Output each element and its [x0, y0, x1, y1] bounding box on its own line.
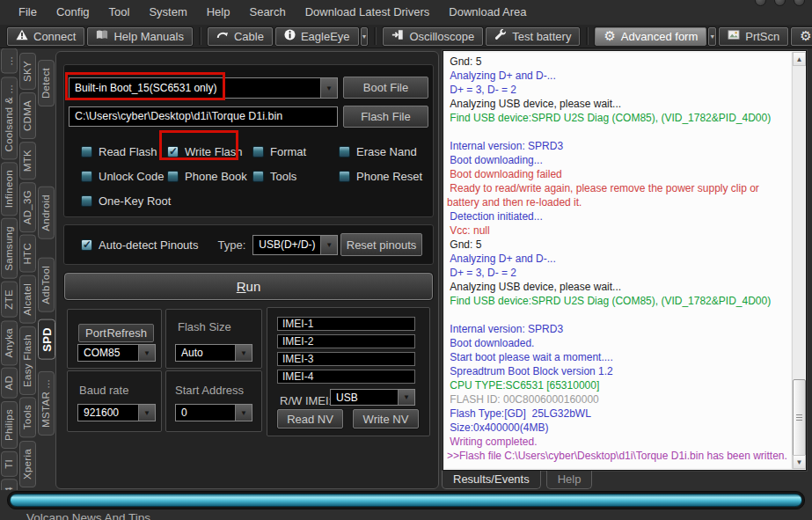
sidebar-tab-htc[interactable]: HTC — [19, 235, 36, 273]
rw-imei-select[interactable]: USB ▼ — [330, 389, 415, 406]
sidebar-tab-adbtool[interactable]: AdbTool — [38, 258, 55, 312]
run-button[interactable]: Run — [64, 273, 433, 300]
checkbox-tools[interactable]: Tools — [252, 170, 339, 183]
menu-item-download-latest-drivers[interactable]: Download Latest Drivers — [296, 0, 440, 25]
sidebar-tab-coolsand[interactable]: Coolsand & ... — [1, 77, 18, 159]
advanced-form-button[interactable]: ⚙Advanced form — [595, 27, 706, 46]
sidebar-tab-tools[interactable]: Tools — [19, 397, 36, 437]
chevron-down-icon[interactable]: ▼ — [138, 345, 155, 361]
cable-button[interactable]: Cable — [208, 27, 273, 46]
sidebar-tab-android[interactable]: Android — [38, 187, 55, 239]
log-text-area[interactable]: Gnd: 5 Analyzing D+ and D-... D+ = 3, D-… — [445, 53, 791, 468]
sidebar-tab-item[interactable]: ... — [1, 48, 18, 74]
help-manuals-button[interactable]: Help Manuals — [87, 27, 193, 46]
sidebar-tab-mtk[interactable]: MTK — [19, 142, 36, 179]
checkbox-one-key-root[interactable]: One-Key Root — [81, 194, 167, 208]
baud-rate-select[interactable]: 921600 ▼ — [77, 404, 156, 421]
tab-help[interactable]: Help — [546, 471, 593, 489]
settings-button[interactable]: ⚙ — [791, 27, 812, 46]
checkbox-erase-nand[interactable]: Erase Nand — [339, 145, 428, 158]
imei-3-field[interactable]: IMEI-3 — [277, 352, 415, 366]
boot-select[interactable]: Built-in Boot_15(SC6531 only) ▼ — [69, 77, 338, 99]
write-flash-checkbox[interactable] — [167, 146, 179, 157]
chevron-down-icon[interactable]: ▼ — [235, 405, 252, 421]
sidebar-tab-philips[interactable]: Philips — [1, 401, 18, 449]
eagleeye-dropdown-arrow-icon[interactable]: ▼ — [361, 27, 369, 46]
oscilloscope-button[interactable]: Oscilloscope — [383, 27, 483, 46]
advanced-form-dropdown-arrow-icon[interactable]: ▼ — [708, 27, 716, 46]
scroll-up-icon[interactable]: ▲ — [793, 52, 806, 66]
auto-detect-pinouts-checkbox[interactable] — [81, 239, 92, 251]
sidebar-tab-si4904[interactable]: SI4904 — [1, 479, 18, 490]
write-nv-button[interactable]: Write NV — [353, 409, 419, 428]
test-battery-button[interactable]: Test battery — [486, 27, 580, 46]
menu-item-system[interactable]: System — [139, 0, 196, 25]
sidebar-tab-alcatel[interactable]: Alcatel — [19, 275, 36, 324]
imei-2-field[interactable]: IMEI-2 — [277, 334, 415, 348]
sidebar-tab-sky[interactable]: SKY — [19, 53, 36, 90]
refresh-label: Refresh — [106, 326, 147, 340]
imei-4-field[interactable]: IMEI-4 — [277, 370, 415, 384]
sidebar-tab-ad[interactable]: AD — [1, 368, 18, 399]
flash-size-select[interactable]: Auto ▼ — [175, 344, 252, 362]
sidebar-tab-ti[interactable]: TI — [1, 451, 18, 477]
checkbox-unlock-code[interactable]: Unlock Code — [81, 170, 167, 183]
format-checkbox[interactable] — [252, 146, 264, 157]
boot-file-button[interactable]: Boot File — [343, 77, 428, 99]
phone-reset-checkbox[interactable] — [339, 171, 350, 182]
checkbox-write-flash[interactable]: Write Flash — [167, 145, 252, 158]
checkbox-format[interactable]: Format — [252, 145, 339, 158]
imei-1-field[interactable]: IMEI-1 — [277, 317, 415, 331]
erase-nand-checkbox[interactable] — [339, 146, 350, 157]
unlock-code-checkbox[interactable] — [81, 171, 92, 182]
sidebar-tab-zte[interactable]: ZTE — [1, 282, 18, 318]
flash-file-button[interactable]: Flash File — [343, 106, 428, 128]
menu-item-search[interactable]: Search — [239, 0, 295, 25]
chevron-down-icon[interactable]: ▼ — [398, 390, 414, 405]
pinout-type-label: Type: — [217, 238, 245, 252]
pinout-type-select[interactable]: USB(D+/D-) ▼ — [252, 235, 338, 255]
sidebar-tab-spd[interactable]: SPD — [38, 319, 55, 360]
menu-item-config[interactable]: Config — [47, 0, 99, 25]
sidebar-tab-anyka[interactable]: Anyka — [1, 320, 18, 365]
sidebar-tab-cdma[interactable]: CDMA — [19, 92, 36, 139]
sidebar-tab-easy-flash[interactable]: Easy Flash — [19, 326, 36, 395]
checkbox-phone-reset[interactable]: Phone Reset — [339, 170, 428, 183]
sidebar-tab-infineon[interactable]: Infineon — [1, 162, 18, 216]
menu-item-tool[interactable]: Tool — [99, 0, 140, 25]
checkbox-phone-book[interactable]: Phone Book — [167, 170, 252, 183]
menu-item-help[interactable]: Help — [197, 0, 240, 25]
eagleeye-button[interactable]: EagleEye — [275, 27, 359, 46]
menu-item-download-area[interactable]: Download Area — [439, 0, 536, 25]
chevron-down-icon[interactable]: ▼ — [235, 345, 252, 361]
prtscn-button[interactable]: PrtScn — [719, 27, 788, 46]
sidebar-tab-samsung[interactable]: Samsung — [1, 218, 18, 279]
progress-bar-fill — [10, 494, 802, 507]
phone-book-checkbox[interactable] — [167, 171, 179, 182]
flash-file-path-input[interactable]: C:\Users\cyber\Desktop\d1i\Torque D1i.bi… — [69, 106, 338, 127]
read-flash-checkbox[interactable] — [81, 146, 92, 157]
tab-results-events[interactable]: Results/Events — [442, 471, 541, 489]
chevron-down-icon[interactable]: ▼ — [138, 405, 155, 421]
checkbox-read-flash[interactable]: Read Flash — [81, 145, 167, 158]
log-scrollbar[interactable]: ▲ ▼ — [792, 52, 805, 469]
start-address-select[interactable]: 0 ▼ — [175, 404, 252, 421]
chevron-down-icon[interactable]: ▼ — [320, 236, 337, 254]
connect-button[interactable]: Connect — [7, 27, 84, 46]
port-select-value: COM85 — [78, 347, 138, 359]
sidebar-tab-detect[interactable]: Detect — [38, 60, 55, 106]
sidebar-tab-ad-3g[interactable]: AD_3G — [19, 182, 36, 232]
read-nv-button[interactable]: Read NV — [277, 409, 343, 428]
chevron-down-icon[interactable]: ▼ — [320, 78, 337, 98]
port-refresh-button[interactable]: Port Refresh — [78, 324, 154, 342]
one-key-root-checkbox[interactable] — [81, 195, 92, 207]
oscilloscope-icon — [391, 29, 404, 43]
scroll-down-icon[interactable]: ▼ — [793, 455, 806, 469]
menu-item-file[interactable]: File — [9, 0, 47, 25]
scrollbar-thumb[interactable] — [793, 379, 806, 457]
sidebar-tab-mstar[interactable]: MSTAR ... — [38, 371, 55, 436]
sidebar-tab-xperia[interactable]: Xperia — [19, 441, 36, 487]
port-select[interactable]: COM85 ▼ — [77, 344, 156, 362]
reset-pinouts-button[interactable]: Reset pinouts — [340, 233, 422, 256]
tools-checkbox[interactable] — [252, 171, 264, 182]
